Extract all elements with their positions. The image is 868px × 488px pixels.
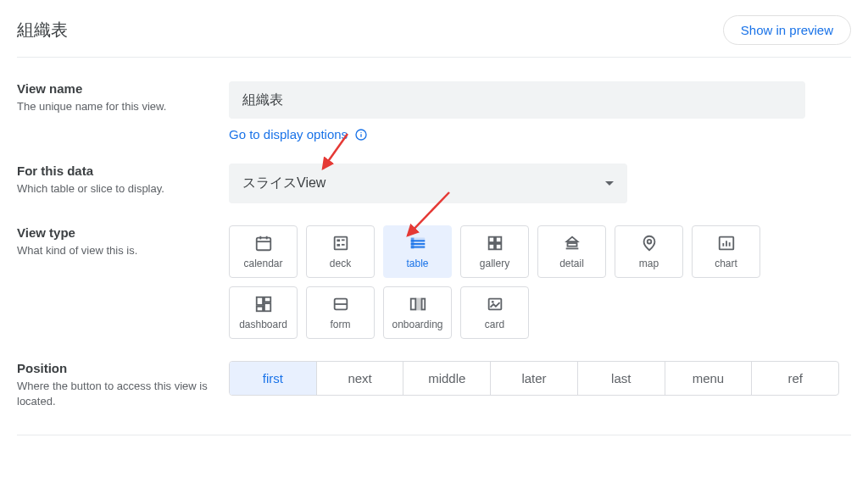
view-type-label: form (331, 319, 351, 330)
view-type-label: map (639, 258, 659, 269)
view-type-onboarding[interactable]: onboarding (383, 286, 452, 339)
view-type-label: table (406, 258, 428, 269)
view-type-table[interactable]: table (383, 225, 452, 278)
view-type-card[interactable]: card (460, 286, 529, 339)
onboarding-icon (409, 295, 427, 313)
deck-icon (331, 234, 350, 252)
view-name-label: View name (17, 81, 229, 96)
data-source-select[interactable]: スライスView (229, 164, 627, 203)
position-next[interactable]: next (317, 362, 404, 395)
show-in-preview-button[interactable]: Show in preview (723, 15, 851, 45)
view-type-detail[interactable]: detail (537, 225, 606, 278)
position-last[interactable]: last (578, 362, 665, 395)
position-menu[interactable]: menu (665, 362, 753, 395)
form-icon (331, 295, 350, 313)
view-type-label: card (485, 319, 504, 330)
position-ref[interactable]: ref (752, 362, 838, 395)
info-icon (354, 128, 368, 141)
chevron-down-icon (605, 181, 614, 186)
table-icon (409, 234, 427, 252)
svg-point-2 (360, 131, 361, 132)
display-options-link[interactable]: Go to display options (229, 127, 348, 141)
view-type-grid: calendardecktablegallerydetailmapchartda… (229, 225, 805, 339)
view-type-deck[interactable]: deck (306, 225, 375, 278)
view-type-chart[interactable]: chart (692, 225, 760, 278)
view-type-label: deck (330, 258, 351, 269)
position-middle[interactable]: middle (403, 362, 491, 395)
view-type-label: chart (715, 258, 737, 269)
card-icon (486, 295, 504, 313)
view-type-label: View type (17, 225, 229, 240)
page-title: 組織表 (17, 19, 68, 42)
position-label: Position (17, 361, 229, 375)
view-name-input[interactable] (229, 81, 805, 119)
view-type-form[interactable]: form (306, 286, 375, 339)
view-type-label: onboarding (392, 319, 442, 330)
dashboard-icon (254, 295, 273, 313)
view-type-label: calendar (243, 258, 282, 269)
data-source-value: スライスView (242, 175, 326, 192)
for-this-data-description: Which table or slice to display. (17, 181, 229, 197)
view-type-calendar[interactable]: calendar (229, 225, 298, 278)
for-this-data-label: For this data (17, 164, 229, 178)
view-type-label: dashboard (239, 319, 287, 330)
position-first[interactable]: first (230, 362, 317, 395)
view-type-gallery[interactable]: gallery (460, 225, 529, 278)
view-type-map[interactable]: map (615, 225, 683, 278)
view-type-label: detail (559, 258, 584, 269)
position-later[interactable]: later (491, 362, 578, 395)
detail-icon (563, 234, 581, 252)
gallery-icon (486, 234, 504, 252)
view-type-label: gallery (480, 258, 509, 269)
position-segmented: firstnextmiddlelaterlastmenuref (229, 361, 839, 396)
position-description: Where the button to access this view is … (17, 379, 229, 409)
view-type-dashboard[interactable]: dashboard (229, 286, 298, 339)
map-icon (640, 234, 659, 252)
view-name-description: The unique name for this view. (17, 99, 229, 114)
calendar-icon (254, 234, 273, 252)
chart-icon (717, 234, 736, 252)
view-type-description: What kind of view this is. (17, 243, 229, 258)
